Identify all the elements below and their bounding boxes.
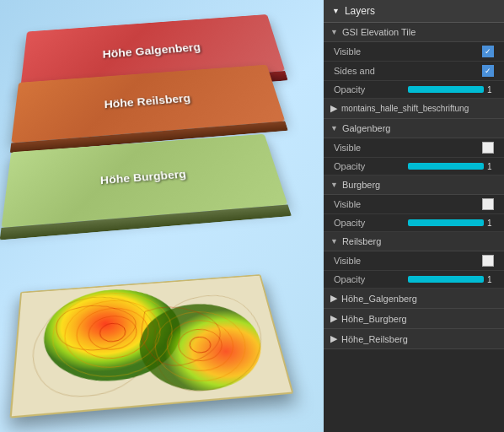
hohe-burgberg-arrow-icon: ▶ — [330, 313, 337, 324]
section-header-reilsberg[interactable]: ▼ Reilsberg — [324, 232, 504, 251]
section-header-gsi[interactable]: ▼ GSI Elevation Tile — [324, 23, 504, 42]
layers-title: Layers — [345, 5, 375, 17]
montains-label: montains_halle_shift_beschriftung — [341, 104, 469, 113]
galgenberg-visible-row: Visible — [324, 138, 504, 158]
burgberg-opacity-slider-container: 1 — [408, 219, 494, 228]
reilsberg-content: Visible Opacity 1 — [324, 251, 504, 289]
red-layer-label: Höhe Galgenberg — [102, 41, 201, 61]
galgenberg-arrow-icon: ▼ — [330, 124, 338, 132]
galgenberg-label: Galgenberg — [342, 123, 391, 133]
reilsberg-opacity-label: Opacity — [334, 274, 403, 284]
orange-layer-label: Höhe Reilsberg — [104, 92, 191, 111]
hohe-burgberg-label: Höhe_Burgberg — [341, 314, 407, 324]
section-header-hohe-reilsberg[interactable]: ▶ Höhe_Reilsberg — [324, 329, 504, 349]
reilsberg-opacity-slider[interactable] — [408, 276, 484, 283]
burgberg-content: Visible Opacity 1 — [324, 195, 504, 232]
reilsberg-opacity-row: Opacity 1 — [324, 271, 504, 289]
section-header-hohe-burgberg[interactable]: ▶ Höhe_Burgberg — [324, 309, 504, 329]
section-header-hohe-galgenberg[interactable]: ▶ Höhe_Galgenberg — [324, 289, 504, 309]
reilsberg-visible-label: Visible — [334, 256, 477, 266]
gsi-sides-row: Sides and — [324, 62, 504, 81]
section-header-galgenberg[interactable]: ▼ Galgenberg — [324, 119, 504, 138]
gsi-opacity-slider-container: 1 — [408, 85, 494, 94]
gsi-visible-label: Visible — [334, 46, 477, 57]
galgenberg-visible-checkbox[interactable] — [482, 142, 494, 154]
burgberg-opacity-slider[interactable] — [408, 219, 484, 226]
galgenberg-opacity-value: 1 — [487, 162, 494, 171]
hohe-reilsberg-arrow-icon: ▶ — [330, 333, 337, 344]
green-layer-label: Höhe Burgberg — [100, 168, 187, 186]
gsi-sides-checkbox[interactable] — [482, 65, 494, 77]
reilsberg-visible-checkbox[interactable] — [482, 255, 494, 267]
gsi-visible-row: Visible — [324, 42, 504, 62]
section-header-burgberg[interactable]: ▼ Burgberg — [324, 176, 504, 195]
map-panel: Höhe Galgenberg Höhe Reilsberg Höhe Burg… — [0, 0, 324, 432]
burgberg-label: Burgberg — [342, 180, 380, 190]
gsi-opacity-value: 1 — [487, 85, 494, 94]
layers-arrow-icon: ▼ — [332, 7, 340, 15]
galgenberg-opacity-label: Opacity — [334, 161, 403, 171]
reilsberg-visible-row: Visible — [324, 251, 504, 271]
burgberg-opacity-value: 1 — [487, 219, 494, 228]
layers-panel: ▼ Layers ▼ GSI Elevation Tile Visible Si… — [324, 0, 504, 432]
hohe-galgenberg-arrow-icon: ▶ — [330, 293, 337, 304]
gsi-visible-checkbox[interactable] — [482, 46, 494, 57]
reilsberg-arrow-icon: ▼ — [330, 237, 338, 246]
gsi-label: GSI Elevation Tile — [342, 27, 416, 37]
galgenberg-visible-label: Visible — [334, 143, 477, 153]
galgenberg-opacity-slider[interactable] — [408, 163, 484, 170]
galgenberg-opacity-row: Opacity 1 — [324, 158, 504, 176]
gsi-opacity-slider[interactable] — [408, 86, 484, 93]
galgenberg-content: Visible Opacity 1 — [324, 138, 504, 176]
montains-arrow-icon: ▶ — [330, 103, 337, 114]
burgberg-opacity-row: Opacity 1 — [324, 214, 504, 232]
hohe-galgenberg-label: Höhe_Galgenberg — [341, 294, 417, 304]
terrain-layer — [17, 272, 278, 407]
gsi-sides-label: Sides and — [334, 66, 477, 76]
burgberg-visible-label: Visible — [334, 199, 477, 209]
layers-panel-header: ▼ Layers — [324, 0, 504, 23]
gsi-arrow-icon: ▼ — [330, 28, 338, 36]
section-header-montains[interactable]: ▶ montains_halle_shift_beschriftung — [324, 99, 504, 119]
burgberg-visible-checkbox[interactable] — [482, 198, 494, 210]
reilsberg-opacity-slider-container: 1 — [408, 275, 494, 284]
gsi-content: Visible Sides and Opacity 1 — [324, 42, 504, 99]
burgberg-arrow-icon: ▼ — [330, 181, 338, 189]
gsi-opacity-row: Opacity 1 — [324, 81, 504, 99]
reilsberg-label: Reilsberg — [342, 236, 381, 246]
galgenberg-opacity-slider-container: 1 — [408, 162, 494, 171]
gsi-opacity-label: Opacity — [334, 84, 403, 94]
burgberg-visible-row: Visible — [324, 195, 504, 214]
hohe-reilsberg-label: Höhe_Reilsberg — [341, 334, 408, 344]
burgberg-opacity-label: Opacity — [334, 218, 403, 228]
reilsberg-opacity-value: 1 — [487, 275, 494, 284]
